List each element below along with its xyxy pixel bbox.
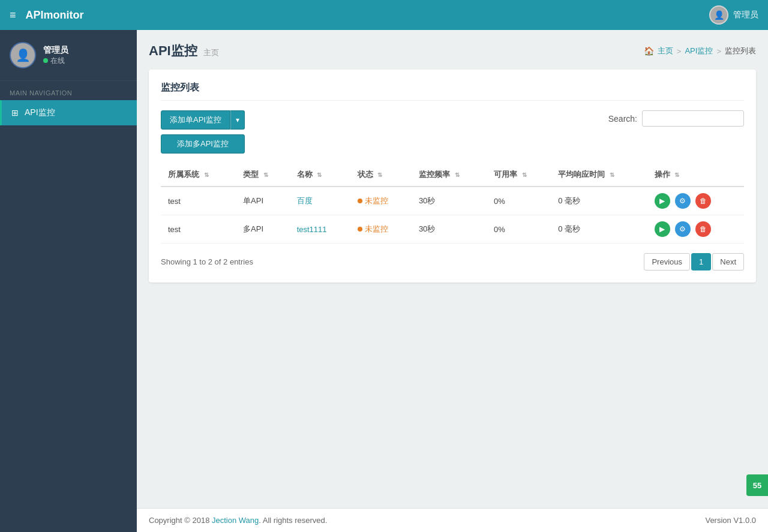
col-system: 所属系统 ⇅	[161, 163, 236, 187]
breadcrumb-home[interactable]: 主页	[658, 46, 673, 56]
breadcrumb-api[interactable]: API监控	[685, 46, 713, 56]
brand-monitor: monitor	[44, 9, 84, 21]
dropdown-toggle[interactable]: ▾	[230, 110, 245, 130]
col-status: 状态 ⇅	[350, 163, 412, 187]
page-subtitle: 主页	[203, 47, 219, 58]
col-avg-response: 平均响应时间 ⇅	[551, 163, 647, 187]
cell-frequency-1: 30秒	[412, 187, 487, 215]
sort-status-icon[interactable]: ⇅	[377, 172, 382, 178]
sort-actions-icon[interactable]: ⇅	[674, 172, 679, 178]
main-card: 监控列表 添加单API监控 ▾ 添加多API监控 Search: 所属系统 ⇅ …	[149, 70, 756, 282]
settings-button-1[interactable]: ⚙	[675, 193, 691, 209]
link-name-2[interactable]: test1111	[297, 225, 327, 234]
page-header: API监控 主页 🏠 主页 > API监控 > 监控列表	[149, 42, 756, 60]
footer-version: Version V1.0.0	[705, 516, 756, 525]
pagination: Previous 1 Next	[644, 253, 744, 270]
cell-avg-response-1: 0 毫秒	[551, 187, 647, 215]
cell-system-2: test	[161, 215, 236, 244]
table-row: test 单API 百度 未监控 30秒 0% 0 毫秒 ▶	[161, 187, 744, 215]
sidebar-status-text: 在线	[50, 56, 65, 66]
sidebar: 👤 管理员 在线 MAIN NAVIGATION ⊞ API监控	[0, 30, 137, 532]
status-dot-1	[358, 199, 362, 203]
api-monitor-icon: ⊞	[11, 108, 19, 118]
cell-type-1: 单API	[236, 187, 290, 215]
previous-button[interactable]: Previous	[644, 253, 690, 270]
footer-copyright-text: Copyright © 2018	[149, 516, 212, 525]
delete-button-2[interactable]: 🗑	[695, 221, 711, 237]
floating-timer[interactable]: 55	[746, 474, 768, 496]
cell-type-2: 多API	[236, 215, 290, 244]
status-text-2: 未监控	[365, 224, 388, 235]
col-actions: 操作 ⇅	[647, 163, 744, 187]
top-navbar: ≡ APImonitor 👤 管理员	[0, 0, 768, 30]
sort-availability-icon[interactable]: ⇅	[522, 172, 527, 178]
sidebar-status: 在线	[43, 56, 68, 66]
sort-type-icon[interactable]: ⇅	[263, 172, 268, 178]
toolbar-right: Search:	[608, 110, 744, 127]
cell-system-1: test	[161, 187, 236, 215]
delete-button-1[interactable]: 🗑	[695, 193, 711, 209]
page-title-group: API监控 主页	[149, 42, 219, 60]
action-icons-2: ▶ ⚙ 🗑	[655, 221, 737, 237]
status-text-1: 未监控	[365, 196, 388, 206]
cell-availability-2: 0%	[487, 215, 551, 244]
sidebar-user-section: 👤 管理员 在线	[0, 30, 137, 81]
status-badge-1: 未监控	[358, 196, 404, 206]
navbar-username: 管理员	[733, 10, 758, 20]
footer-copyright: Copyright © 2018 Jection Wang. All right…	[149, 516, 327, 525]
add-multi-button[interactable]: 添加多API监控	[161, 134, 245, 154]
footer-brand-link[interactable]: Jection Wang	[212, 516, 259, 525]
menu-icon[interactable]: ≡	[10, 9, 16, 22]
sort-system-icon[interactable]: ⇅	[204, 172, 209, 178]
main-content: API监控 主页 🏠 主页 > API监控 > 监控列表 监控列表 添加单API…	[137, 30, 768, 508]
cell-avg-response-2: 0 毫秒	[551, 215, 647, 244]
breadcrumb-current: 监控列表	[725, 46, 756, 56]
breadcrumb: 🏠 主页 > API监控 > 监控列表	[644, 46, 756, 56]
timer-value: 55	[753, 481, 761, 490]
data-table: 所属系统 ⇅ 类型 ⇅ 名称 ⇅ 状态 ⇅ 监控频率 ⇅ 可用率 ⇅ 平均响应时…	[161, 163, 744, 244]
sort-response-icon[interactable]: ⇅	[610, 172, 614, 178]
add-single-button[interactable]: 添加单API监控	[161, 110, 230, 130]
home-icon: 🏠	[644, 46, 654, 56]
play-button-2[interactable]: ▶	[655, 221, 670, 237]
navbar-left: ≡ APImonitor	[10, 9, 84, 22]
toolbar-left: 添加单API监控 ▾ 添加多API监控	[161, 110, 245, 154]
search-input[interactable]	[642, 110, 744, 127]
col-name: 名称 ⇅	[290, 163, 350, 187]
entries-info: Showing 1 to 2 of 2 entries	[161, 257, 253, 266]
navbar-avatar: 👤	[709, 5, 728, 25]
col-type: 类型 ⇅	[236, 163, 290, 187]
col-frequency: 监控频率 ⇅	[412, 163, 487, 187]
cell-availability-1: 0%	[487, 187, 551, 215]
sidebar-avatar: 👤	[10, 42, 36, 68]
action-icons-1: ▶ ⚙ 🗑	[655, 193, 737, 209]
play-button-1[interactable]: ▶	[655, 193, 670, 209]
sidebar-username: 管理员	[43, 45, 68, 56]
app-brand: APImonitor	[26, 9, 84, 22]
sidebar-item-label: API监控	[25, 107, 55, 118]
status-online-dot	[43, 58, 48, 63]
sidebar-nav-label: MAIN NAVIGATION	[0, 81, 137, 100]
sidebar-item-api-monitor[interactable]: ⊞ API监控	[0, 100, 137, 125]
cell-frequency-2: 30秒	[412, 215, 487, 244]
page-1-button[interactable]: 1	[691, 253, 711, 270]
navbar-user[interactable]: 👤 管理员	[709, 5, 758, 25]
card-title: 监控列表	[161, 82, 744, 101]
add-single-group: 添加单API监控 ▾	[161, 110, 245, 130]
link-name-1[interactable]: 百度	[297, 196, 313, 205]
cell-actions-1: ▶ ⚙ 🗑	[647, 187, 744, 215]
brand-api: API	[26, 9, 44, 21]
pagination-bar: Showing 1 to 2 of 2 entries Previous 1 N…	[161, 253, 744, 270]
footer: Copyright © 2018 Jection Wang. All right…	[137, 508, 768, 532]
sort-frequency-icon[interactable]: ⇅	[455, 172, 460, 178]
sort-name-icon[interactable]: ⇅	[317, 172, 322, 178]
breadcrumb-sep2: >	[716, 47, 721, 56]
search-label: Search:	[608, 114, 637, 124]
settings-button-2[interactable]: ⚙	[675, 221, 691, 237]
cell-actions-2: ▶ ⚙ 🗑	[647, 215, 744, 244]
cell-name-1: 百度	[290, 187, 350, 215]
page-title: API监控	[149, 42, 197, 60]
toolbar: 添加单API监控 ▾ 添加多API监控 Search:	[161, 110, 744, 154]
next-button[interactable]: Next	[712, 253, 744, 270]
sidebar-user-info: 管理员 在线	[43, 45, 68, 66]
